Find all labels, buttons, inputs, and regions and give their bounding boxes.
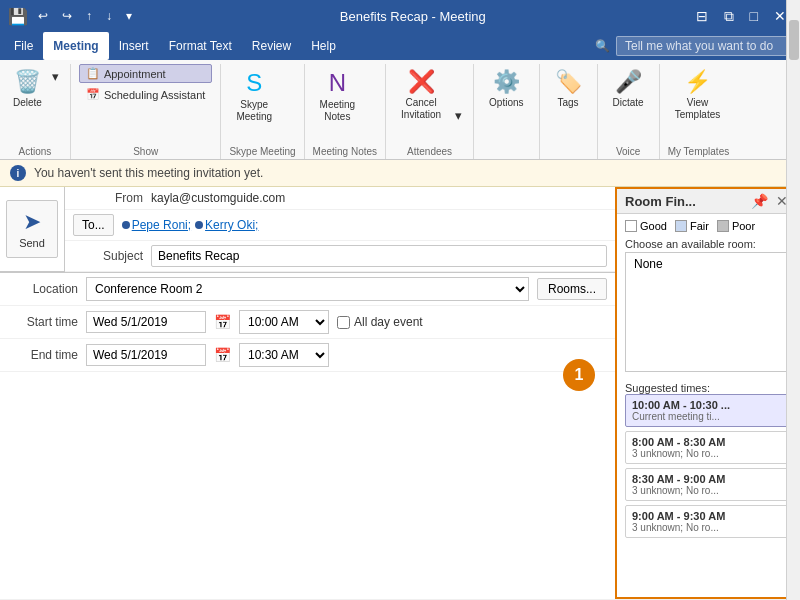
send-icon: ➤ xyxy=(23,209,41,235)
ribbon-group-voice: 🎤 Dictate Voice xyxy=(598,64,660,159)
status-good: Good xyxy=(625,220,667,232)
maximize-btn[interactable]: □ xyxy=(744,6,764,26)
allday-checkbox[interactable] xyxy=(337,316,350,329)
from-label: From xyxy=(73,191,143,205)
room-finder-scrollbar[interactable] xyxy=(786,0,800,600)
recipients-field[interactable]: Pepe Roni; Kerry Oki; xyxy=(122,218,607,232)
tags-icon: 🏷️ xyxy=(555,69,582,95)
window-controls: ⊟ ⧉ □ ✕ xyxy=(690,6,792,27)
up-btn[interactable]: ↑ xyxy=(82,7,96,25)
room-finder-pin[interactable]: 📌 xyxy=(749,193,770,209)
ribbon: 🗑️ Delete ▾ Actions 📋 Appointment 📅 Sche… xyxy=(0,60,800,160)
form-section: ➤ Send From kayla@customguide.com To... xyxy=(0,187,615,599)
recipient-2-icon xyxy=(195,221,203,229)
body-section: 1 xyxy=(0,372,615,411)
ribbon-group-notes: N MeetingNotes Meeting Notes xyxy=(305,64,386,159)
start-date-input[interactable] xyxy=(86,311,206,333)
scheduling-assistant-button[interactable]: 📅 Scheduling Assistant xyxy=(79,85,213,104)
end-date-icon[interactable]: 📅 xyxy=(214,347,231,363)
delete-dropdown[interactable]: ▾ xyxy=(49,64,62,89)
attendees-dropdown[interactable]: ▾ xyxy=(452,103,465,128)
templates-content: ⚡ ViewTemplates xyxy=(668,64,728,144)
show-buttons: 📋 Appointment 📅 Scheduling Assistant xyxy=(79,64,213,104)
tags-group-label xyxy=(548,155,589,159)
time-slot-1[interactable]: 8:00 AM - 8:30 AM 3 unknown; No ro... xyxy=(625,431,790,464)
start-time-select[interactable]: 10:00 AM xyxy=(239,310,329,334)
recipient-2: Kerry Oki; xyxy=(195,218,258,232)
time-slot-1-time: 8:00 AM - 8:30 AM xyxy=(632,436,783,448)
skype-meeting-button[interactable]: S SkypeMeeting xyxy=(229,64,279,128)
start-time-inputs: 📅 10:00 AM All day event xyxy=(86,310,423,334)
recipient-2-name: Kerry Oki; xyxy=(205,218,258,232)
ribbon-group-show: 📋 Appointment 📅 Scheduling Assistant Sho… xyxy=(71,64,222,159)
time-slot-0[interactable]: 10:00 AM - 10:30 ... Current meeting ti.… xyxy=(625,394,790,427)
down-btn[interactable]: ↓ xyxy=(102,7,116,25)
room-list[interactable]: None xyxy=(625,252,790,372)
delete-label: Delete xyxy=(13,97,42,108)
show-group-label: Show xyxy=(79,144,213,159)
room-finder-panel: Room Fin... 📌 ✕ Good Fair xyxy=(615,187,800,599)
templates-group-label: My Templates xyxy=(668,144,730,159)
tags-button[interactable]: 🏷️ Tags xyxy=(548,64,589,113)
window-title: Benefits Recap - Meeting xyxy=(136,9,690,24)
subject-input[interactable] xyxy=(151,245,607,267)
start-date-icon[interactable]: 📅 xyxy=(214,314,231,330)
skype-group-label: Skype Meeting xyxy=(229,144,295,159)
status-row: Good Fair Poor xyxy=(625,220,790,232)
step-badge[interactable]: 1 xyxy=(563,359,595,391)
ribbon-group-options: ⚙️ Options xyxy=(474,64,539,159)
redo-btn[interactable]: ↪ xyxy=(58,7,76,25)
notes-group-label: Meeting Notes xyxy=(313,144,377,159)
menu-format-text[interactable]: Format Text xyxy=(159,32,242,60)
options-button[interactable]: ⚙️ Options xyxy=(482,64,530,113)
location-select[interactable]: Conference Room 2 xyxy=(86,277,529,301)
status-fair-box xyxy=(675,220,687,232)
view-templates-button[interactable]: ⚡ ViewTemplates xyxy=(668,64,728,126)
undo-btn[interactable]: ↩ xyxy=(34,7,52,25)
cancel-label: CancelInvitation xyxy=(401,97,441,121)
send-button[interactable]: ➤ Send xyxy=(6,200,58,258)
suggested-times-list: 10:00 AM - 10:30 ... Current meeting ti.… xyxy=(625,394,790,591)
scheduling-label: Scheduling Assistant xyxy=(104,89,206,101)
appointment-label: Appointment xyxy=(104,68,166,80)
attendees-group-label: Attendees xyxy=(394,144,465,159)
skype-content: S SkypeMeeting xyxy=(229,64,279,144)
body-textarea[interactable] xyxy=(4,376,611,404)
dictate-button[interactable]: 🎤 Dictate xyxy=(606,64,651,113)
end-label: End time xyxy=(8,348,78,362)
title-bar-left: 💾 ↩ ↪ ↑ ↓ ▾ xyxy=(8,7,136,26)
end-date-input[interactable] xyxy=(86,344,206,366)
search-input[interactable] xyxy=(616,36,796,56)
end-time-select[interactable]: 10:30 AM xyxy=(239,343,329,367)
options-content: ⚙️ Options xyxy=(482,64,530,155)
voice-content: 🎤 Dictate xyxy=(606,64,651,144)
to-button[interactable]: To... xyxy=(73,214,114,236)
cancel-invitation-button[interactable]: ❌ CancelInvitation xyxy=(394,64,448,126)
delete-group: 🗑️ Delete ▾ xyxy=(8,64,62,113)
restore-btn[interactable]: ⧉ xyxy=(718,6,740,27)
menu-meeting[interactable]: Meeting xyxy=(43,32,108,60)
customize-btn[interactable]: ▾ xyxy=(122,7,136,25)
minimize-btn[interactable]: ⊟ xyxy=(690,6,714,26)
menu-help[interactable]: Help xyxy=(301,32,346,60)
end-time-inputs: 📅 10:30 AM xyxy=(86,343,329,367)
room-finder-body: Good Fair Poor Choose an available room: xyxy=(617,214,798,597)
start-time-row: Start time 📅 10:00 AM All day event xyxy=(0,306,615,339)
appointment-button[interactable]: 📋 Appointment xyxy=(79,64,213,83)
meeting-notes-button[interactable]: N MeetingNotes xyxy=(313,64,363,128)
send-area: ➤ Send xyxy=(0,187,65,272)
menu-insert[interactable]: Insert xyxy=(109,32,159,60)
delete-button[interactable]: 🗑️ Delete xyxy=(8,64,47,113)
scheduling-icon: 📅 xyxy=(86,88,100,101)
time-slot-2[interactable]: 8:30 AM - 9:00 AM 3 unknown; No ro... xyxy=(625,468,790,501)
subject-label: Subject xyxy=(73,249,143,263)
ribbon-group-actions: 🗑️ Delete ▾ Actions xyxy=(0,64,71,159)
menu-file[interactable]: File xyxy=(4,32,43,60)
room-none[interactable]: None xyxy=(630,255,785,273)
menu-review[interactable]: Review xyxy=(242,32,301,60)
available-room-section: Choose an available room: None xyxy=(625,238,790,372)
time-slot-3[interactable]: 9:00 AM - 9:30 AM 3 unknown; No ro... xyxy=(625,505,790,538)
rooms-button[interactable]: Rooms... xyxy=(537,278,607,300)
show-content: 📋 Appointment 📅 Scheduling Assistant xyxy=(79,64,213,144)
templates-label: ViewTemplates xyxy=(675,97,721,121)
